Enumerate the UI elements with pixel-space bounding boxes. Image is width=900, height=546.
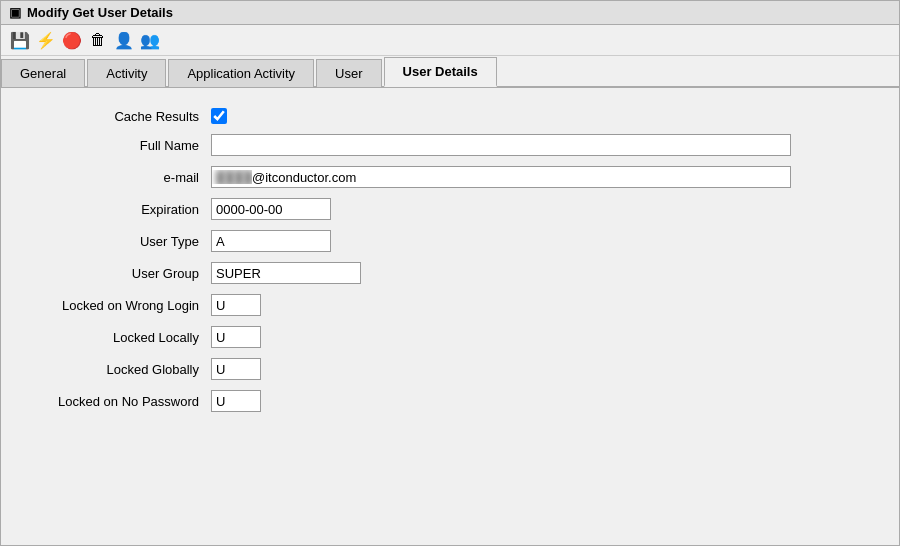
locked-locally-input[interactable] [211, 326, 261, 348]
tab-user[interactable]: User [316, 59, 381, 87]
locked-globally-label: Locked Globally [31, 362, 211, 377]
save-button[interactable]: 💾 [9, 29, 31, 51]
cache-results-checkbox[interactable] [211, 108, 227, 124]
locked-no-password-input[interactable] [211, 390, 261, 412]
locked-locally-label: Locked Locally [31, 330, 211, 345]
full-name-row: Full Name [31, 134, 869, 156]
users-icon[interactable]: 👥 [139, 29, 161, 51]
toolbar: 💾 ⚡ 🔴 🗑 👤 👥 [1, 25, 899, 56]
title-bar: ▣ Modify Get User Details [1, 1, 899, 25]
expiration-row: Expiration [31, 198, 869, 220]
expiration-label: Expiration [31, 202, 211, 217]
tab-bar: General Activity Application Activity Us… [1, 56, 899, 88]
email-label: e-mail [31, 170, 211, 185]
delete-button[interactable]: 🗑 [87, 29, 109, 51]
locked-wrong-login-input[interactable] [211, 294, 261, 316]
user-type-row: User Type [31, 230, 869, 252]
locked-no-password-row: Locked on No Password [31, 390, 869, 412]
title-icon: ▣ [9, 5, 21, 20]
user-group-label: User Group [31, 266, 211, 281]
email-suffix: @itconductor.com [252, 170, 356, 185]
locked-wrong-login-label: Locked on Wrong Login [31, 298, 211, 313]
full-name-label: Full Name [31, 138, 211, 153]
user-group-input[interactable] [211, 262, 361, 284]
locked-no-password-label: Locked on No Password [31, 394, 211, 409]
expiration-input[interactable] [211, 198, 331, 220]
locked-globally-row: Locked Globally [31, 358, 869, 380]
cache-results-label: Cache Results [31, 109, 211, 124]
cache-results-row: Cache Results [31, 108, 869, 124]
user-icon[interactable]: 👤 [113, 29, 135, 51]
tab-user-details[interactable]: User Details [384, 57, 497, 87]
tab-activity[interactable]: Activity [87, 59, 166, 87]
tab-application-activity[interactable]: Application Activity [168, 59, 314, 87]
full-name-input[interactable] [211, 134, 791, 156]
user-group-row: User Group [31, 262, 869, 284]
refresh-button[interactable]: ⚡ [35, 29, 57, 51]
user-type-label: User Type [31, 234, 211, 249]
main-window: ▣ Modify Get User Details 💾 ⚡ 🔴 🗑 👤 👥 Ge… [0, 0, 900, 546]
user-type-input[interactable] [211, 230, 331, 252]
locked-wrong-login-row: Locked on Wrong Login [31, 294, 869, 316]
tab-general[interactable]: General [1, 59, 85, 87]
window-title: Modify Get User Details [27, 5, 173, 20]
email-row: e-mail ████ @itconductor.com [31, 166, 869, 188]
stop-button[interactable]: 🔴 [61, 29, 83, 51]
locked-locally-row: Locked Locally [31, 326, 869, 348]
locked-globally-input[interactable] [211, 358, 261, 380]
form-content: Cache Results Full Name e-mail ████ @itc… [1, 88, 899, 442]
